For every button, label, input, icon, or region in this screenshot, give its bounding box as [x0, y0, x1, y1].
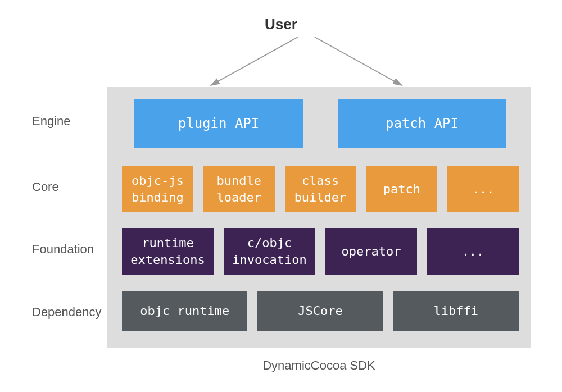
- block-operator: operator: [325, 228, 417, 275]
- block-core-more: ...: [447, 166, 519, 212]
- diagram-main: Engine plugin API patch API Core objc-js…: [31, 87, 531, 344]
- block-patch: patch: [366, 166, 437, 212]
- block-class-builder: classbuilder: [285, 166, 356, 212]
- row-engine: Engine plugin API patch API: [31, 87, 531, 156]
- user-label: User: [0, 16, 562, 33]
- block-objc-js-binding: objc-jsbinding: [122, 166, 193, 212]
- block-objc-runtime: objc runtime: [122, 291, 247, 331]
- block-c-objc-invocation: c/objcinvocation: [224, 228, 315, 275]
- row-label-core: Core: [31, 156, 110, 218]
- row-foundation: Foundation runtimeextensions c/objcinvoc…: [31, 218, 531, 280]
- row-label-dependency: Dependency: [31, 281, 110, 344]
- row-dependency: Dependency objc runtime JSCore libffi: [31, 281, 531, 344]
- arrows-icon: [0, 33, 562, 89]
- row-label-foundation: Foundation: [31, 218, 110, 280]
- block-foundation-more: ...: [427, 228, 519, 275]
- block-libffi: libffi: [393, 291, 519, 331]
- svg-line-1: [315, 37, 402, 85]
- row-core: Core objc-jsbinding bundleloader classbu…: [31, 156, 531, 218]
- block-plugin-api: plugin API: [134, 99, 303, 148]
- block-patch-api: patch API: [338, 99, 506, 148]
- row-label-engine: Engine: [31, 87, 110, 156]
- block-bundle-loader: bundleloader: [203, 166, 275, 212]
- footer-label: DynamicCocoa SDK: [107, 358, 531, 373]
- block-jscore: JSCore: [257, 291, 383, 331]
- svg-line-0: [211, 37, 298, 85]
- block-runtime-extensions: runtimeextensions: [122, 228, 214, 275]
